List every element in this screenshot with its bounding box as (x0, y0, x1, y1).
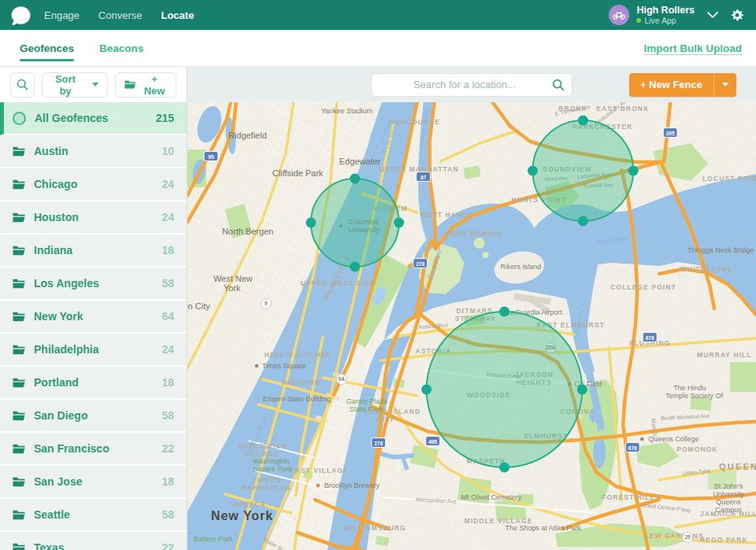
sidebar-item-seattle[interactable]: Seattle58 (0, 499, 187, 532)
map-label: Brooklyn Brewery (324, 482, 380, 489)
search-icon (17, 79, 28, 90)
sidebar-toolbar: Sort by + New (0, 67, 187, 102)
location-search-input[interactable] (372, 79, 572, 90)
map-label: Campus (715, 506, 742, 514)
sidebar-item-count: 18 (161, 376, 174, 389)
geofence-handle[interactable] (628, 166, 639, 176)
map-label: WILLIAMSBURG (343, 524, 406, 532)
map-label: Ridgefield (228, 131, 267, 140)
svg-text:678: 678 (628, 445, 637, 451)
map-label: LOWER (252, 476, 281, 484)
map-label: West New (213, 274, 253, 283)
account-status: Live App (636, 16, 695, 25)
nav-locate[interactable]: Locate (161, 9, 194, 21)
new-fence-button[interactable]: + New Fence (629, 73, 736, 97)
sidebar-item-count: 24 (161, 343, 174, 356)
sidebar-item-chicago[interactable]: Chicago24 (0, 168, 187, 201)
geofence-handle[interactable] (350, 174, 360, 184)
gear-icon[interactable] (731, 9, 743, 21)
map-label: Empire State Building (263, 395, 331, 403)
nav-engage[interactable]: Engage (44, 9, 80, 21)
sidebar-item-san-francisco[interactable]: San Francisco22 (0, 433, 187, 466)
import-bulk-upload-link[interactable]: Import Bulk Upload (644, 42, 743, 54)
geofence-handle[interactable] (578, 216, 588, 227)
tab-geofences[interactable]: Geofences (20, 30, 74, 66)
geofence-circle[interactable] (427, 312, 583, 467)
sidebar-item-san-diego[interactable]: San Diego58 (0, 400, 187, 433)
new-fence-dropdown[interactable] (713, 73, 736, 97)
geofence-handle[interactable] (306, 218, 316, 228)
search-icon[interactable] (552, 79, 565, 94)
location-search-box[interactable] (371, 73, 573, 97)
sidebar-item-san-jose[interactable]: San Jose18 (0, 466, 187, 499)
map-label: Mt Olivet Cemetery (461, 493, 522, 501)
map-label: Battery Park (194, 535, 233, 543)
topbar-account-area[interactable]: High Rollers Live App (609, 5, 756, 25)
sidebar-item-count: 58 (161, 277, 174, 290)
geofence-circle[interactable] (532, 120, 633, 221)
map-label: Gantry Plaza (346, 397, 387, 405)
svg-text:495: 495 (428, 439, 437, 445)
map-label: University (713, 490, 744, 498)
tabs: GeofencesBeacons (0, 30, 143, 66)
geofence-handle[interactable] (578, 116, 588, 126)
folder-icon (13, 146, 25, 157)
sidebar-item-austin[interactable]: Austin10 (0, 135, 187, 168)
geofence-handle[interactable] (528, 166, 538, 176)
geofence-handle[interactable] (577, 385, 587, 395)
map-label: QUEENS (719, 462, 756, 471)
tab-beacons[interactable]: Beacons (99, 30, 143, 66)
map-poi-dot (316, 484, 320, 488)
avatar[interactable] (609, 5, 629, 25)
geofence-handle[interactable] (499, 463, 510, 473)
map-label: The Shops at Atlas Park (505, 524, 581, 532)
sidebar-item-label: Houston (34, 211, 79, 223)
svg-text:295: 295 (666, 131, 675, 136)
sidebar-item-portland[interactable]: Portland18 (0, 367, 187, 400)
map-label: CITY (376, 415, 395, 423)
new-folder-label: + New (142, 73, 167, 97)
svg-text:278: 278 (416, 261, 424, 267)
sidebar-item-all-geofences[interactable]: All Geofences215 (0, 102, 187, 135)
geofence-handle[interactable] (421, 385, 432, 395)
svg-text:87: 87 (421, 175, 427, 180)
svg-text:278: 278 (374, 441, 383, 446)
sidebar-item-count: 22 (161, 541, 174, 550)
sidebar-item-texas[interactable]: Texas22 (0, 532, 187, 550)
new-fence-label: + New Fence (629, 79, 713, 90)
geofence-handle[interactable] (394, 218, 404, 228)
svg-text:9: 9 (265, 301, 268, 306)
chevron-down-icon (722, 83, 728, 87)
sidebar-item-houston[interactable]: Houston24 (0, 201, 187, 234)
map-label: EAST VILLAGE (290, 467, 349, 474)
app-logo-icon[interactable] (10, 5, 32, 26)
topbar-nav: EngageConverseLocate (44, 9, 194, 21)
sort-by-dropdown[interactable]: Sort by (42, 72, 107, 98)
map-label: State Park (350, 405, 383, 413)
geofence-handle[interactable] (499, 307, 510, 317)
sidebar-item-label: Texas (34, 541, 65, 550)
route-shield: 678 (625, 443, 639, 452)
chevron-down-icon (92, 83, 98, 87)
main-panel: + New Fence (187, 67, 756, 550)
geofence-handle[interactable] (350, 262, 360, 272)
sidebar-item-indiana[interactable]: Indiana18 (0, 234, 187, 268)
map-canvas[interactable]: RidgefieldEdgewaterCliffside ParkNorth B… (187, 102, 756, 550)
sidebar-item-philadelphia[interactable]: Philadelphia24 (0, 334, 187, 367)
sidebar-item-los-angeles[interactable]: Los Angeles58 (0, 268, 187, 301)
sidebar-item-new-york[interactable]: New York64 (0, 301, 187, 334)
sidebar-search-button[interactable] (10, 72, 35, 98)
map-label: CONCOURSE (389, 118, 440, 126)
map-label: REGO PARK (700, 536, 748, 544)
map-label: GREENWICH (238, 442, 287, 450)
map-label: FOREST HILLS (602, 493, 660, 501)
geofence-circle[interactable] (311, 179, 399, 267)
chevron-down-icon[interactable] (707, 12, 718, 18)
map-label: Times Square (262, 362, 306, 370)
new-folder-button[interactable]: + New (115, 72, 176, 98)
map-label: PORT MORRIS (446, 230, 502, 238)
map-label: Queens (716, 498, 741, 506)
folder-icon (13, 510, 25, 520)
nav-converse[interactable]: Converse (98, 9, 143, 21)
svg-text:95: 95 (208, 154, 214, 160)
